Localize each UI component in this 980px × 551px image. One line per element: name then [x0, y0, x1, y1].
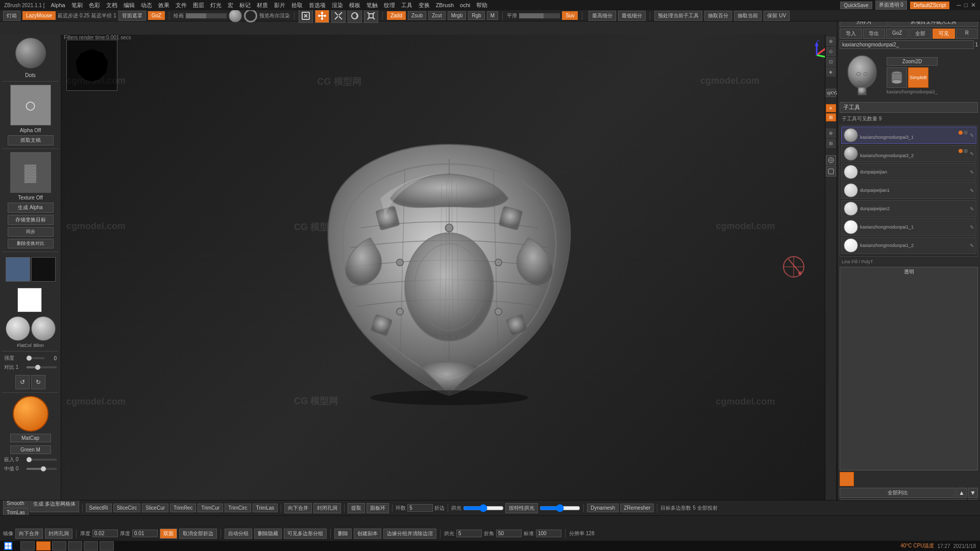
rgb-btn[interactable]: Rgb [468, 11, 484, 20]
quicksave-button[interactable]: QuickSave [840, 2, 872, 9]
subtool-pencil-3[interactable]: ✎ [970, 169, 974, 175]
subtool-item-7[interactable]: kaxianzhongmodunpai1_2 ✎ [841, 237, 976, 254]
menu-zbrush[interactable]: ZBrush [436, 2, 454, 8]
bevel-glow-input[interactable] [456, 530, 482, 537]
gen-multi-btn[interactable]: 生成 多边形网格体 [30, 500, 79, 512]
mirror-merge-btn[interactable]: 向下合并 [284, 503, 312, 513]
brush-preview[interactable] [15, 38, 46, 68]
menu-material[interactable]: 材质 [257, 2, 268, 9]
zoom2d-btn[interactable]: Zoom2D [887, 57, 938, 66]
subtool-toggle-1[interactable] [959, 131, 968, 135]
matcap-btn[interactable]: MatCap [10, 434, 51, 442]
menu-pickup[interactable]: 拾取 [291, 2, 303, 9]
subtool-pencil-4[interactable]: ✎ [970, 188, 974, 193]
select-ri-btn[interactable]: SelectRi [86, 504, 112, 512]
trim-circ-btn[interactable]: TrimCirc [225, 504, 251, 512]
trim-las-btn2[interactable]: TrimLas [253, 504, 278, 512]
subdivide-btn[interactable]: 自动分组 [225, 529, 252, 539]
smooth-slider[interactable] [519, 13, 560, 18]
rvp-btn-2[interactable]: ⊙ [826, 47, 836, 56]
preprocess-btn[interactable]: 预处理当前子工具 [654, 11, 702, 21]
dynamesh-btn[interactable]: Dynamesh [587, 504, 619, 512]
contrast-slider[interactable] [27, 366, 57, 368]
menu-movie[interactable]: 影片 [274, 2, 285, 9]
taskbar-app-zbrush[interactable] [36, 541, 51, 550]
rvp-btn-3[interactable]: ⊡ [826, 57, 836, 66]
rotate-btn[interactable] [348, 9, 362, 23]
subtool-item-6[interactable]: kaxianzhongmodunpai1_1 ✎ [841, 218, 976, 236]
cylinder-polymesh-btn[interactable] [887, 67, 907, 88]
scale-btn[interactable] [331, 9, 346, 23]
mrgb-btn[interactable]: Mrgb [448, 11, 467, 20]
lazy-mouse-toggle[interactable]: LazyMouse [22, 11, 56, 20]
menu-tools[interactable]: 工具 [401, 2, 412, 9]
import-btn[interactable]: 导入 [840, 29, 862, 39]
subtool-item-1[interactable]: kaxianzhongmodunpai3_1 ✎ [841, 127, 976, 144]
strength-slider[interactable] [27, 357, 44, 359]
menu-render[interactable]: 渲染 [332, 2, 343, 9]
menu-file[interactable]: 文件 [176, 2, 187, 9]
panel-loop-btn[interactable]: 面板环 [366, 503, 389, 513]
texture-preview[interactable]: ▓ [10, 152, 51, 193]
taskbar-app-1[interactable] [20, 541, 35, 550]
layer-box-label[interactable]: 灯箱 [3, 11, 20, 21]
goz-btn[interactable]: GoZ [148, 11, 165, 20]
zremesher-btn[interactable]: ZRemesher [620, 504, 654, 512]
smooth-btn[interactable]: Smooth [3, 500, 29, 508]
trimlas-btn[interactable]: TrimLas [3, 508, 29, 516]
goz-tool-btn[interactable]: GoZ [886, 29, 909, 39]
thickness-input[interactable] [92, 530, 118, 537]
subtool-item-3[interactable]: dunpaipeijian ✎ [841, 163, 976, 181]
menu-macro[interactable]: 宏 [228, 2, 233, 9]
back-face-btn[interactable]: 背面遮罩 [118, 11, 146, 21]
bevel-angle-input[interactable] [496, 530, 522, 537]
menu-alpha[interactable]: Alpha [51, 2, 65, 8]
transparent-btn[interactable]: 透明 [840, 267, 978, 470]
orange-vp-btn-1[interactable]: ≡ [826, 104, 836, 112]
rvp-btn-1[interactable]: ⊕ [826, 37, 836, 46]
gen-alpha-btn[interactable]: 生成 Alpha [8, 203, 54, 213]
subtool-item-5[interactable]: dunpaipeijian2 ✎ [841, 200, 976, 217]
matcap-sphere[interactable] [13, 396, 48, 432]
thickness2-input[interactable] [132, 530, 158, 537]
sample-current-btn[interactable]: 抽取当前 [734, 11, 762, 21]
remove-hidden-btn[interactable]: 删除隐藏 [254, 529, 282, 539]
list-all-btn[interactable]: 全部列出 [840, 488, 955, 498]
draw-in-slider[interactable] [27, 459, 57, 461]
menu-brush[interactable]: 笔刷 [71, 2, 83, 9]
subtool-pencil-2[interactable]: ✎ [970, 151, 974, 157]
loops-input[interactable] [407, 504, 433, 512]
orange-square-btn[interactable] [840, 472, 854, 486]
simpleb-btn[interactable]: SimpleB [908, 67, 928, 88]
lowest-sub-btn[interactable]: 最低细分 [618, 11, 646, 21]
rotation-icon[interactable]: ↺ [15, 375, 30, 389]
close-holes-btn[interactable]: 封闭孔洞 [313, 503, 341, 513]
render-ring-icon[interactable] [244, 9, 257, 22]
orange-vp-btn-2[interactable]: ⊞ [826, 113, 836, 121]
maximize-button[interactable]: □ [964, 2, 968, 9]
subtool-item-2[interactable]: kaxianzhongmodunpai3_2 ✎ [841, 145, 976, 162]
white-swatch[interactable] [17, 288, 42, 312]
menu-texture[interactable]: 纹理 [384, 2, 395, 9]
secondary-color-swatch[interactable] [31, 257, 56, 282]
suv-btn[interactable]: Suv [562, 11, 578, 20]
full-visible-btn[interactable]: 全部 [910, 29, 932, 39]
trim-cur-btn[interactable]: TrimCur [198, 504, 223, 512]
edit-mode-btn[interactable] [299, 9, 313, 23]
m-btn[interactable]: M [487, 11, 498, 20]
menu-layers[interactable]: 图层 [193, 2, 204, 9]
rvp-btn-4[interactable]: ◈ [826, 67, 836, 77]
taskbar-app-3[interactable] [52, 541, 66, 550]
delete-morph-btn[interactable]: 删除变换对比 [8, 239, 54, 248]
close-holes-btn2[interactable]: 封闭孔洞 [45, 529, 72, 539]
material-sphere-icon[interactable] [229, 9, 242, 22]
rvp-zoom-btn[interactable]: ⊞ [826, 139, 836, 148]
menu-ochi[interactable]: ochi [460, 2, 470, 8]
blinn-material[interactable] [31, 316, 56, 341]
taskbar-app-5[interactable] [84, 541, 98, 550]
arrow-down-btn[interactable]: ▼ [968, 488, 978, 498]
mirror-merge-btn2[interactable]: 向下合并 [15, 529, 43, 539]
green-m-btn[interactable]: Green M [10, 445, 51, 454]
transparency-button[interactable]: 界面透明 0 [875, 1, 907, 10]
elevation-slider[interactable] [463, 503, 504, 513]
